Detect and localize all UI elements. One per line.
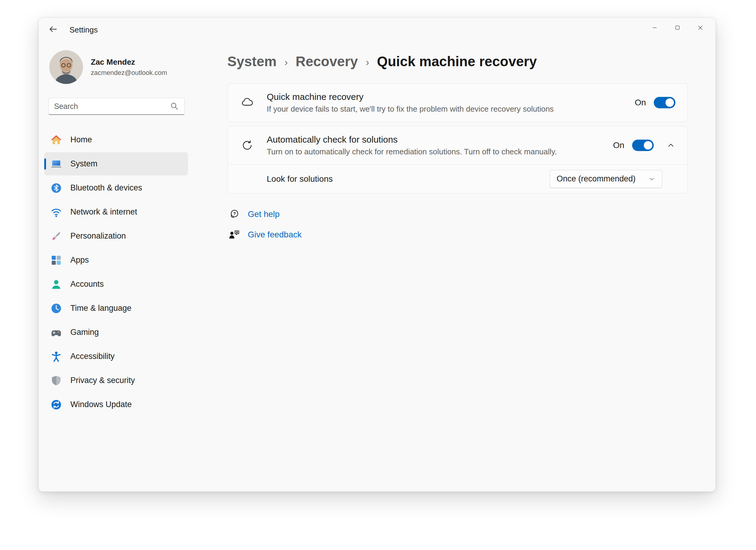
caption-controls <box>643 20 712 37</box>
sidebar-item-apps[interactable]: Apps <box>44 248 188 272</box>
main-content: System › Recovery › Quick machine recove… <box>227 52 688 240</box>
setting-text: Quick machine recovery If your device fa… <box>267 92 635 114</box>
sidebar-item-accounts[interactable]: Accounts <box>44 272 188 296</box>
quick-machine-recovery-row: Quick machine recovery If your device fa… <box>228 84 687 121</box>
page-title: Quick machine recovery <box>377 53 537 70</box>
setting-description: Turn on to automatically check for remed… <box>267 147 613 156</box>
auto-check-solutions-card: Automatically check for solutions Turn o… <box>227 126 688 193</box>
give-feedback-label: Give feedback <box>248 230 302 239</box>
home-icon <box>51 134 62 146</box>
accessibility-icon <box>51 351 62 362</box>
toggle-state-label: On <box>635 98 646 107</box>
help-links: ? Get help Give feedback <box>227 208 688 240</box>
breadcrumb-item-system[interactable]: System <box>227 53 277 70</box>
sidebar-item-label: Accessibility <box>70 352 115 361</box>
maximize-icon <box>674 24 681 33</box>
minimize-button[interactable] <box>643 20 666 37</box>
breadcrumb-item-recovery[interactable]: Recovery <box>296 53 358 70</box>
chevron-up-icon[interactable] <box>666 141 675 150</box>
gaming-icon <box>51 327 62 338</box>
give-feedback-link[interactable]: Give feedback <box>229 229 302 240</box>
sidebar-item-label: Accounts <box>70 280 104 289</box>
cloud-icon <box>241 96 254 109</box>
quick-machine-recovery-toggle[interactable] <box>654 97 675 108</box>
sidebar-item-windows-update[interactable]: Windows Update <box>44 393 188 416</box>
sidebar-item-personalization[interactable]: Personalization <box>44 224 188 247</box>
setting-text: Automatically check for solutions Turn o… <box>267 134 613 156</box>
look-for-solutions-label: Look for solutions <box>267 174 333 184</box>
sidebar: Zac Mendez zacmendez@outlook.com Home <box>44 42 188 416</box>
sidebar-item-label: Apps <box>70 255 89 265</box>
sidebar-item-label: Bluetooth & devices <box>70 183 142 192</box>
toggle-knob <box>644 141 652 149</box>
accounts-icon <box>51 279 62 290</box>
minimize-icon <box>651 24 659 33</box>
toggle-group: On <box>635 97 675 108</box>
setting-description: If your device fails to start, we'll try… <box>267 104 635 114</box>
sidebar-item-home[interactable]: Home <box>44 128 188 151</box>
network-icon <box>51 206 62 218</box>
sync-icon <box>241 139 254 152</box>
toggle-state-label: On <box>613 140 624 150</box>
sidebar-item-label: Privacy & security <box>70 376 135 385</box>
titlebar: Settings <box>39 18 715 42</box>
search-box <box>48 98 185 115</box>
search-icon[interactable] <box>170 102 179 111</box>
sidebar-item-network-internet[interactable]: Network & internet <box>44 200 188 223</box>
profile-name: Zac Mendez <box>91 57 167 67</box>
sidebar-item-label: Time & language <box>70 304 131 313</box>
maximize-button[interactable] <box>666 20 689 37</box>
auto-check-solutions-row[interactable]: Automatically check for solutions Turn o… <box>228 126 687 164</box>
search-input[interactable] <box>54 102 170 111</box>
settings-cards: Quick machine recovery If your device fa… <box>227 83 688 193</box>
personalization-icon <box>51 230 62 242</box>
get-help-icon: ? <box>229 208 240 220</box>
windows-update-icon <box>51 399 62 410</box>
sidebar-nav: Home System Bluetooth & devices Network … <box>44 128 188 416</box>
bluetooth-icon <box>51 182 62 194</box>
privacy-security-icon <box>51 375 62 386</box>
window-title: Settings <box>69 25 98 35</box>
breadcrumb-separator: › <box>284 52 288 71</box>
sidebar-item-label: Personalization <box>70 231 126 241</box>
give-feedback-icon <box>229 229 240 240</box>
toggle-group: On <box>613 140 654 151</box>
profile-header: Zac Mendez zacmendez@outlook.com <box>44 42 188 84</box>
avatar <box>49 50 83 84</box>
chevron-down-icon <box>648 175 655 183</box>
auto-check-solutions-toggle[interactable] <box>632 140 654 151</box>
profile-text: Zac Mendez zacmendez@outlook.com <box>91 57 167 77</box>
sidebar-item-label: Network & internet <box>70 207 137 216</box>
sidebar-item-label: Gaming <box>70 328 99 337</box>
dropdown-selected-value: Once (recommended) <box>557 174 636 183</box>
look-for-solutions-row: Look for solutions Once (recommended) <box>228 164 687 193</box>
sidebar-item-privacy-security[interactable]: Privacy & security <box>44 369 188 392</box>
profile-email: zacmendez@outlook.com <box>91 69 167 77</box>
sidebar-item-gaming[interactable]: Gaming <box>44 321 188 344</box>
setting-title: Quick machine recovery <box>267 92 635 102</box>
sidebar-item-system[interactable]: System <box>44 152 188 175</box>
sidebar-item-label: Windows Update <box>70 400 132 409</box>
setting-title: Automatically check for solutions <box>267 134 613 145</box>
system-icon <box>51 158 62 170</box>
get-help-link[interactable]: ? Get help <box>229 208 280 220</box>
sidebar-item-label: System <box>70 159 97 168</box>
breadcrumb-separator: › <box>366 52 369 71</box>
toggle-knob <box>665 98 674 107</box>
back-button[interactable] <box>45 23 62 37</box>
close-button[interactable] <box>689 20 712 37</box>
quick-machine-recovery-card: Quick machine recovery If your device fa… <box>227 83 688 122</box>
apps-icon <box>51 254 62 266</box>
breadcrumb: System › Recovery › Quick machine recove… <box>227 52 688 71</box>
sidebar-item-time-language[interactable]: Time & language <box>44 297 188 320</box>
settings-window: Settings <box>38 17 716 492</box>
time-language-icon <box>51 303 62 314</box>
back-arrow-icon <box>48 24 58 35</box>
sidebar-item-accessibility[interactable]: Accessibility <box>44 345 188 368</box>
svg-text:?: ? <box>233 211 236 216</box>
sidebar-item-label: Home <box>70 135 92 144</box>
sidebar-item-bluetooth-devices[interactable]: Bluetooth & devices <box>44 176 188 199</box>
close-icon <box>696 24 704 33</box>
get-help-label: Get help <box>248 209 280 219</box>
look-for-solutions-dropdown[interactable]: Once (recommended) <box>550 170 662 188</box>
